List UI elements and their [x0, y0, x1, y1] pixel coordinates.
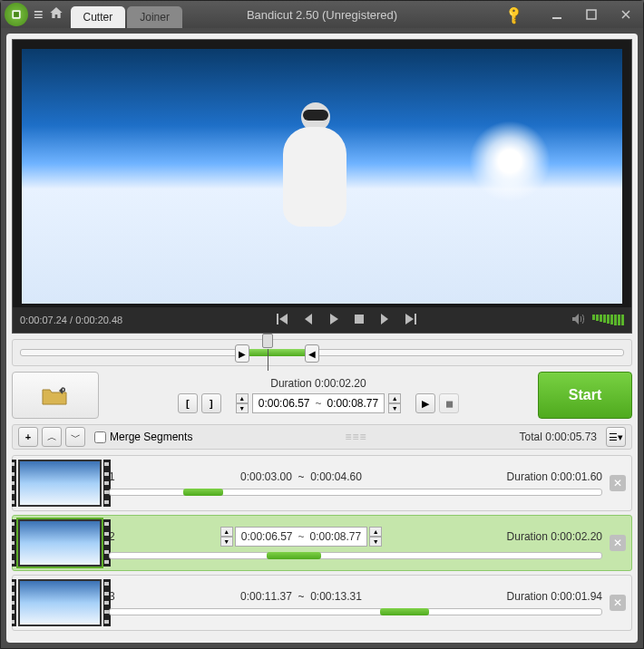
action-row: Duration 0:00:02.20 [ ] ▲▼ 0:00:06.57 ~ …	[12, 372, 632, 419]
app-logo-icon	[5, 3, 28, 26]
seg-time-input[interactable]: 0:00:06.57~0:00:08.77	[235, 527, 367, 547]
svg-marker-10	[405, 314, 414, 324]
segment-times-editor: ▲▼0:00:06.57~0:00:08.77▲▼	[127, 527, 475, 547]
window-title: Bandicut 2.50 (Unregistered)	[247, 8, 397, 22]
segment-index: 2	[109, 530, 127, 543]
volume-icon[interactable]	[571, 314, 587, 326]
timeline-track[interactable]: ▶ ◀	[20, 349, 624, 356]
mode-tabs: Cutter Joiner	[71, 1, 184, 28]
segment-row[interactable]: 30:00:11.37 ~ 0:00:13.31Duration 0:00:01…	[12, 575, 632, 631]
segments-list: 10:00:03.00 ~ 0:00:04.60Duration 0:00:01…	[12, 455, 632, 637]
svg-marker-5	[279, 314, 288, 324]
tab-joiner[interactable]: Joiner	[127, 6, 182, 28]
remove-segment-button[interactable]: ✕	[610, 595, 626, 611]
preview-figure-decor	[274, 95, 356, 249]
duration-label: Duration 0:00:02.20	[270, 377, 366, 390]
segment-track[interactable]	[109, 608, 602, 615]
minimize-button[interactable]	[540, 1, 574, 28]
volume-level[interactable]	[592, 315, 624, 325]
segment-times: 0:00:03.00 ~ 0:00:04.60	[127, 470, 475, 483]
step-back-button[interactable]	[300, 314, 317, 326]
snapshot-button[interactable]: ◼	[439, 393, 459, 413]
play-button[interactable]	[326, 314, 342, 326]
add-segment-button[interactable]: +	[18, 427, 38, 447]
preview-button[interactable]: ▶	[415, 393, 435, 413]
svg-rect-11	[415, 314, 416, 324]
next-segment-button[interactable]	[402, 314, 418, 326]
video-panel: 0:00:07.24 / 0:00:20.48	[12, 39, 632, 334]
titlebar: ≡ Cutter Joiner Bandicut 2.50 (Unregiste…	[1, 1, 643, 28]
open-file-button[interactable]	[12, 372, 99, 419]
set-start-button[interactable]: [	[178, 393, 198, 413]
segment-track[interactable]	[109, 489, 602, 496]
segment-duration: Duration 0:00:02.20	[475, 530, 602, 543]
playhead-handle[interactable]	[262, 334, 273, 348]
segment-thumbnail	[18, 460, 102, 507]
list-options-button[interactable]: ☰▾	[606, 427, 626, 447]
segment-duration: Duration 0:00:01.60	[475, 470, 602, 483]
segment-index: 3	[109, 590, 127, 603]
seg-start-spinner[interactable]: ▲▼	[220, 527, 233, 547]
video-preview[interactable]	[22, 49, 622, 304]
move-down-button[interactable]: ﹀	[65, 427, 85, 447]
svg-marker-12	[572, 314, 579, 324]
total-duration: Total 0:00:05.73	[520, 431, 597, 443]
segment-row[interactable]: 10:00:03.00 ~ 0:00:04.60Duration 0:00:01…	[12, 455, 632, 511]
range-editor: Duration 0:00:02.20 [ ] ▲▼ 0:00:06.57 ~ …	[106, 372, 531, 419]
start-button[interactable]: Start	[538, 372, 632, 419]
seg-end-spinner[interactable]: ▲▼	[369, 527, 382, 547]
remove-segment-button[interactable]: ✕	[610, 475, 626, 491]
close-button[interactable]	[609, 1, 643, 28]
window-controls: 🔑	[496, 1, 643, 28]
preview-sun-decor	[469, 121, 551, 202]
home-icon[interactable]	[49, 5, 63, 24]
segment-track[interactable]	[109, 552, 602, 559]
remove-segment-button[interactable]: ✕	[610, 535, 626, 551]
svg-marker-9	[381, 314, 388, 324]
range-time-input[interactable]: 0:00:06.57 ~ 0:00:08.77	[252, 393, 385, 413]
playback-time: 0:00:07.24 / 0:00:20.48	[20, 315, 122, 325]
timeline-selection	[244, 349, 310, 356]
svg-rect-8	[355, 315, 364, 324]
toolbar-grip-icon: ≡≡≡	[196, 431, 515, 443]
svg-rect-1	[14, 12, 19, 17]
maximize-button[interactable]	[574, 1, 609, 28]
menu-icon[interactable]: ≡	[34, 5, 44, 24]
set-end-button[interactable]: ]	[201, 393, 221, 413]
app-window: ≡ Cutter Joiner Bandicut 2.50 (Unregiste…	[0, 0, 644, 649]
register-key-icon[interactable]: 🔑	[492, 0, 535, 36]
segment-duration: Duration 0:00:01.94	[475, 590, 602, 603]
svg-rect-3	[587, 10, 596, 19]
segment-thumbnail	[18, 519, 102, 567]
player-controls: 0:00:07.24 / 0:00:20.48	[13, 307, 631, 333]
start-time-spinner[interactable]: ▲▼	[236, 393, 249, 413]
prev-segment-button[interactable]	[275, 314, 291, 326]
svg-marker-7	[330, 314, 338, 324]
segment-times: 0:00:11.37 ~ 0:00:13.31	[127, 590, 475, 603]
step-forward-button[interactable]	[376, 314, 393, 326]
segments-toolbar: + ︿ ﹀ Merge Segments ≡≡≡ Total 0:00:05.7…	[12, 424, 632, 450]
segment-row[interactable]: 2▲▼0:00:06.57~0:00:08.77▲▼Duration 0:00:…	[12, 515, 632, 571]
merge-segments-label: Merge Segments	[110, 431, 192, 443]
range-start-handle[interactable]: ▶	[235, 344, 249, 363]
range-start-value: 0:00:06.57	[259, 397, 310, 410]
segment-thumbnail	[18, 579, 102, 626]
svg-rect-2	[552, 17, 561, 19]
svg-marker-6	[305, 314, 312, 324]
move-up-button[interactable]: ︿	[42, 427, 62, 447]
stop-button[interactable]	[351, 314, 367, 326]
content-area: 0:00:07.24 / 0:00:20.48	[6, 34, 638, 643]
end-time-spinner[interactable]: ▲▼	[388, 393, 401, 413]
timeline-scrub: ▶ ◀	[12, 339, 632, 366]
tab-cutter[interactable]: Cutter	[71, 6, 126, 28]
range-end-value: 0:00:08.77	[327, 397, 379, 410]
merge-segments-checkbox[interactable]: Merge Segments	[94, 431, 192, 443]
range-end-handle[interactable]: ◀	[305, 344, 319, 363]
svg-rect-4	[277, 314, 278, 324]
segment-index: 1	[109, 470, 127, 483]
